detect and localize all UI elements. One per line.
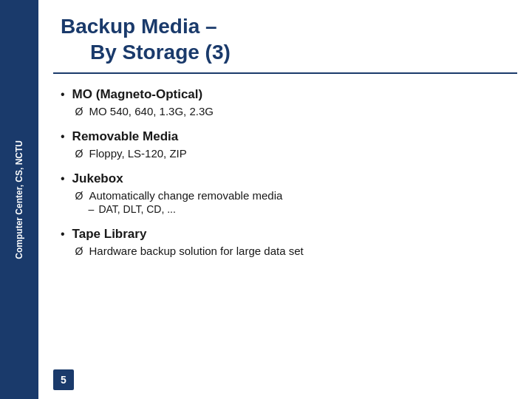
list-item: • MO (Magneto-Optical) Ø MO 540, 640, 1.…	[61, 87, 510, 117]
bullet-icon: •	[61, 172, 65, 185]
list-item: • Tape Library Ø Hardware backup solutio…	[61, 227, 510, 257]
list-item: • Jukebox Ø Automatically change removab…	[61, 171, 510, 215]
sidebar-label: Computer Center, CS, NCTU	[13, 140, 26, 259]
bullet-icon: •	[61, 88, 65, 101]
title-line2: By Storage (3)	[90, 41, 231, 64]
item-label: Jukebox	[72, 171, 123, 185]
page-title: Backup Media – By Storage (3)	[61, 13, 510, 65]
item-label: MO (Magneto-Optical)	[72, 87, 203, 101]
bullet-icon: •	[61, 228, 65, 241]
main-content: Backup Media – By Storage (3) • MO (Magn…	[38, 0, 532, 399]
item-content: Removable Media Ø Floppy, LS-120, ZIP	[72, 129, 510, 160]
footer: 5	[38, 364, 532, 399]
sub-sub-item-text: DAT, DLT, CD, ...	[98, 203, 176, 215]
item-content: Tape Library Ø Hardware backup solution …	[72, 227, 510, 257]
bullet-icon: •	[61, 130, 65, 143]
sub-item-text: Floppy, LS-120, ZIP	[89, 147, 187, 160]
arrow-icon: Ø	[75, 148, 83, 160]
item-label: Tape Library	[72, 227, 147, 241]
list-item: • Removable Media Ø Floppy, LS-120, ZIP	[61, 129, 510, 160]
arrow-icon: Ø	[75, 190, 83, 202]
page-number: 5	[53, 369, 74, 390]
item-content: MO (Magneto-Optical) Ø MO 540, 640, 1.3G…	[72, 87, 510, 117]
dash-icon: –	[89, 203, 95, 215]
arrow-icon: Ø	[75, 106, 83, 117]
sub-item-text: Hardware backup solution for large data …	[89, 245, 304, 257]
item-content: Jukebox Ø Automatically change removable…	[72, 171, 510, 215]
sidebar: Computer Center, CS, NCTU	[0, 0, 38, 399]
header: Backup Media – By Storage (3)	[38, 0, 532, 72]
sub-item-text: Automatically change removable media	[89, 189, 283, 202]
item-label: Removable Media	[72, 129, 179, 143]
sub-item: Ø Floppy, LS-120, ZIP	[75, 147, 510, 160]
title-line1: Backup Media –	[61, 15, 217, 38]
sub-item-text: MO 540, 640, 1.3G, 2.3G	[89, 105, 214, 117]
sub-item: Ø MO 540, 640, 1.3G, 2.3G	[75, 105, 510, 117]
content-area: • MO (Magneto-Optical) Ø MO 540, 640, 1.…	[38, 74, 532, 364]
sub-item: Ø Automatically change removable media	[75, 189, 510, 202]
arrow-icon: Ø	[75, 245, 83, 257]
sub-sub-item: – DAT, DLT, CD, ...	[89, 203, 510, 215]
sub-item: Ø Hardware backup solution for large dat…	[75, 245, 510, 257]
